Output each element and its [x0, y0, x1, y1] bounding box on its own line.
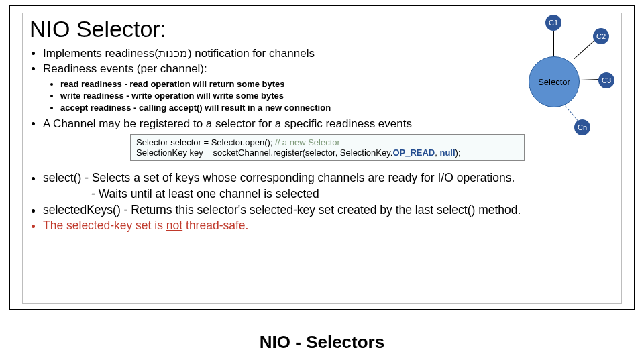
edge-c1 [553, 31, 554, 58]
footer-title: NIO - Selectors [0, 332, 644, 353]
code-l1a: Selector selector = Selector.open(); [136, 137, 275, 147]
bullet-select: select() - Selects a set of keys whose c… [43, 170, 614, 202]
bullet-select-l2: - Waits until at least one channel is se… [91, 186, 614, 202]
selector-diagram: Selector C1 C2 C3 Cn [468, 15, 616, 142]
code-line-2: SelectionKey key = socketChannel.registe… [136, 147, 519, 158]
bottom-bullets: select() - Selects a set of keys whose c… [43, 170, 614, 234]
slide: NIO Selector: Implements readiness(מכנות… [0, 0, 644, 362]
node-c1: C1 [545, 15, 561, 31]
bullet-ts-a: The selected-key set is [43, 219, 166, 232]
selector-node: Selector [529, 56, 580, 107]
code-l2e: ); [455, 147, 461, 158]
bullet-selectedkeys: selectedKeys() - Returns this selector's… [43, 202, 614, 219]
bullet-select-l1: select() - Selects a set of keys whose c… [43, 171, 515, 184]
selector-label: Selector [538, 77, 570, 87]
bullet-threadsafe: The selected-key set is not thread-safe. [43, 218, 614, 234]
outer-frame: NIO Selector: Implements readiness(מכנות… [9, 5, 635, 310]
node-c3: C3 [598, 72, 614, 88]
inner-frame: NIO Selector: Implements readiness(מכנות… [22, 13, 622, 304]
code-l2-opread: OP_READ [392, 147, 435, 158]
code-box: Selector selector = Selector.open(); // … [130, 134, 525, 161]
code-l2a: SelectionKey key = socketChannel.registe… [136, 147, 392, 158]
code-l1-comment: // a new Selector [275, 137, 340, 147]
bullet-ts-c: thread-safe. [182, 219, 248, 232]
edge-c2 [574, 39, 596, 59]
node-c2: C2 [593, 28, 609, 44]
node-cn: Cn [574, 119, 590, 135]
code-l2-null: null [439, 147, 455, 158]
code-line-1: Selector selector = Selector.open(); // … [136, 137, 519, 147]
bullet-ts-not: not [166, 219, 182, 232]
